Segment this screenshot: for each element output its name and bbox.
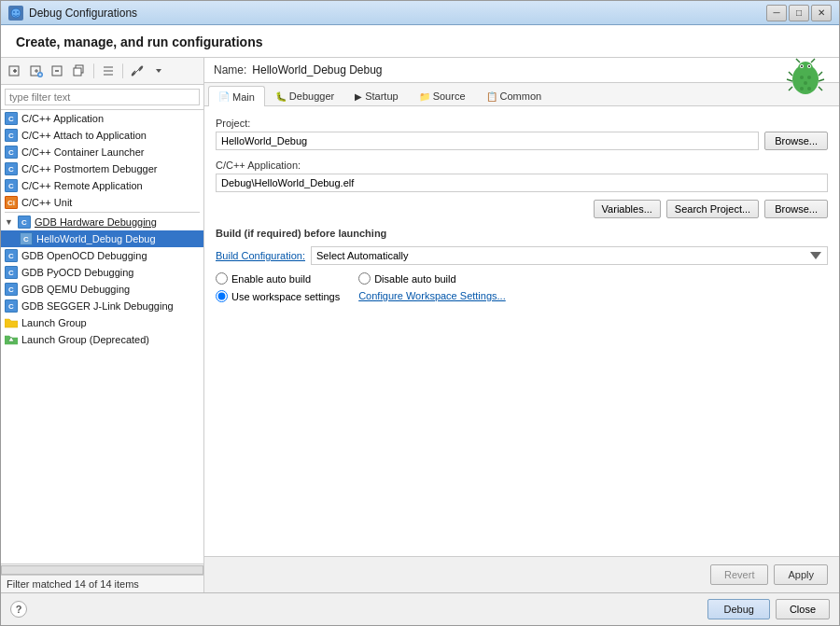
svg-point-1 [13, 11, 15, 13]
header-area: Create, manage, and run configurations [1, 25, 839, 58]
main-tab-icon: 📄 [218, 91, 230, 102]
svg-point-18 [807, 76, 811, 79]
debug-button[interactable]: Debug [707, 599, 769, 619]
minimize-button[interactable]: ─ [766, 5, 787, 21]
duplicate-config-button[interactable] [69, 61, 90, 81]
maximize-button[interactable]: □ [789, 5, 809, 21]
enable-auto-build-radio[interactable] [216, 272, 228, 285]
tab-main[interactable]: 📄 Main [208, 86, 265, 106]
close-dialog-button[interactable]: Close [776, 599, 830, 619]
name-row: Name: HelloWorld_Debug Debug [204, 58, 839, 83]
scroll-track[interactable] [1, 565, 203, 575]
tab-common[interactable]: 📋 Common [476, 86, 553, 105]
cpp-attach-icon: C [5, 129, 18, 142]
svg-point-7 [801, 65, 803, 67]
view-menu-button[interactable] [148, 61, 169, 81]
project-browse-button[interactable]: Browse... [764, 132, 828, 150]
sidebar-item-cpp-postmortem[interactable]: C C/C++ Postmortem Debugger [1, 160, 203, 177]
apply-button[interactable]: Apply [774, 564, 828, 585]
variables-button[interactable]: Variables... [594, 200, 661, 218]
svg-line-38 [135, 69, 139, 73]
sidebar-item-cpp-unit[interactable]: Ci C/C++ Unit [1, 194, 203, 211]
gdb-segger-icon: C [5, 299, 18, 313]
project-row: Browse... [216, 132, 828, 150]
cpp-unit-icon: Ci [5, 196, 18, 209]
debugger-tab-icon: 🐛 [275, 91, 287, 102]
right-radio-col: Disable auto build Configure Workspace S… [358, 272, 506, 306]
footer-buttons: Debug Close [707, 599, 830, 619]
disable-auto-build-radio[interactable] [358, 272, 371, 285]
sidebar-item-cpp-app[interactable]: C C/C++ Application [1, 110, 203, 127]
use-workspace-radio[interactable] [216, 290, 228, 302]
right-panel: Name: HelloWorld_Debug Debug 📄 Main 🐛 De… [204, 58, 839, 592]
cpp-remote-icon: C [5, 179, 18, 192]
svg-point-19 [804, 81, 807, 85]
collapse-icon: ▼ [5, 217, 16, 227]
tree-area: C C/C++ Application C C/C++ Attach to Ap… [1, 110, 203, 563]
configure-workspace-link[interactable]: Configure Workspace Settings... [358, 290, 506, 301]
sidebar-item-cpp-container[interactable]: C C/C++ Container Launcher [1, 144, 203, 160]
svg-point-20 [800, 87, 804, 90]
disable-auto-build-row: Disable auto build [358, 272, 506, 285]
build-config-row: Build Configuration: Select Automaticall… [216, 246, 828, 265]
close-window-button[interactable]: ✕ [811, 5, 832, 21]
link-selection-button[interactable] [127, 61, 147, 81]
window-icon [8, 6, 23, 21]
tabs-bar: 📄 Main 🐛 Debugger ▶ Startup 📁 Source 📋 [204, 83, 839, 106]
help-button[interactable]: ? [10, 601, 27, 618]
tab-debugger[interactable]: 🐛 Debugger [265, 86, 344, 105]
hw-debug-icon: C [20, 232, 33, 245]
launch-group-icon [5, 316, 18, 329]
new-config-button[interactable] [5, 61, 25, 81]
build-config-label[interactable]: Build Configuration: [216, 250, 305, 261]
collapse-all-button[interactable] [98, 61, 119, 81]
project-input[interactable] [216, 132, 759, 150]
sidebar-item-cpp-attach[interactable]: C C/C++ Attach to Application [1, 127, 203, 144]
page-title: Create, manage, and run configurations [16, 35, 774, 49]
search-project-button[interactable]: Search Project... [666, 200, 759, 218]
gdb-qemu-icon: C [5, 283, 18, 296]
gdb-pyocd-icon: C [5, 266, 18, 279]
sidebar-item-gdb-pyocd[interactable]: C GDB PyOCD Debugging [1, 264, 203, 281]
launch-group-dep-icon [5, 333, 18, 346]
project-section: Project: Browse... [216, 118, 828, 150]
cpp-postmortem-icon: C [5, 162, 18, 175]
cpp-app-browse-button[interactable]: Browse... [764, 200, 828, 218]
debug-configurations-window: Debug Configurations ─ □ ✕ Create, manag… [0, 0, 840, 626]
horizontal-scrollbar[interactable] [1, 563, 203, 575]
cpp-container-icon: C [5, 146, 18, 159]
new-config-proto-button[interactable] [26, 61, 47, 81]
config-buttons: Revert Apply [204, 556, 839, 592]
enable-auto-build-row: Enable auto build [216, 272, 340, 285]
sidebar-item-hw-debug[interactable]: C HelloWorld_Debug Debug [1, 230, 203, 247]
tab-source[interactable]: 📁 Source [409, 86, 476, 105]
sidebar-item-gdb-hw[interactable]: ▼ C GDB Hardware Debugging [1, 214, 203, 230]
svg-line-10 [811, 59, 815, 63]
source-tab-icon: 📁 [419, 91, 430, 102]
filter-box [1, 85, 203, 110]
sidebar-item-cpp-remote[interactable]: C C/C++ Remote Application [1, 177, 203, 194]
build-section: Build (if required) before launching Bui… [216, 228, 828, 306]
sidebar-item-gdb-segger[interactable]: C GDB SEGGER J-Link Debugging [1, 298, 203, 314]
sidebar-item-gdb-openocd[interactable]: C GDB OpenOCD Debugging [1, 247, 203, 264]
filter-input[interactable] [5, 89, 200, 105]
svg-line-12 [787, 79, 792, 81]
svg-marker-39 [156, 69, 161, 73]
svg-point-4 [798, 62, 813, 75]
tab-startup[interactable]: ▶ Startup [344, 86, 408, 105]
toolbar-strip [1, 58, 203, 85]
configure-workspace-row: Configure Workspace Settings... [358, 290, 506, 301]
startup-tab-icon: ▶ [355, 91, 362, 102]
sidebar-item-gdb-qemu[interactable]: C GDB QEMU Debugging [1, 281, 203, 298]
sidebar-item-launch-group[interactable]: Launch Group [1, 314, 203, 331]
cpp-app-input[interactable] [216, 174, 828, 192]
sidebar-item-launch-group-dep[interactable]: Launch Group (Deprecated) [1, 331, 203, 348]
delete-config-button[interactable] [48, 61, 68, 81]
cpp-app-buttons: Variables... Search Project... Browse... [216, 200, 828, 218]
svg-point-21 [807, 87, 811, 90]
revert-button[interactable]: Revert [710, 564, 768, 585]
use-workspace-row: Use workspace settings [216, 290, 340, 302]
title-bar: Debug Configurations ─ □ ✕ [1, 1, 839, 25]
build-config-select[interactable]: Select Automatically Debug Release [311, 246, 828, 265]
disable-auto-build-label: Disable auto build [374, 273, 455, 285]
